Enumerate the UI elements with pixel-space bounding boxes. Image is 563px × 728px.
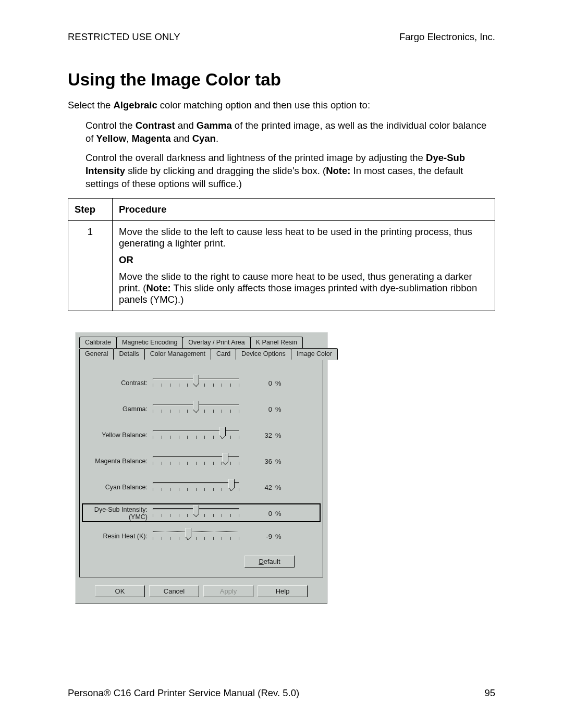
tabs-row-1: CalibrateMagnetic EncodingOverlay / Prin… [76,332,327,348]
slider-cyan-balance[interactable] [152,480,240,495]
tab-details[interactable]: Details [113,348,144,360]
percent-label: % [272,431,282,439]
slider-row-gamma: Gamma:0% [85,402,317,417]
tab-calibrate[interactable]: Calibrate [79,337,117,348]
percent-label: % [272,533,282,540]
percent-label: % [272,405,282,413]
slider-row-dye-sub-intensity-ymc: Dye-Sub Intensity:(YMC)0% [82,503,321,522]
tab-overlay-print-area[interactable]: Overlay / Print Area [182,337,250,348]
slider-label: Gamma: [85,406,152,413]
slider-thumb[interactable] [228,479,235,488]
step-procedure: Move the slide to the left to cause less… [113,220,495,311]
footer-left: Persona® C16 Card Printer Service Manual… [68,687,299,699]
tab-panel-image-color: Contrast:0%Gamma:0%Yellow Balance:32%Mag… [79,360,323,577]
step-number: 1 [68,220,113,311]
tab-device-options[interactable]: Device Options [236,348,291,360]
help-button[interactable]: Help [258,585,308,597]
ok-button[interactable]: OK [95,585,145,597]
tab-general[interactable]: General [79,348,114,360]
steps-table: Step Procedure 1 Move the slide to the l… [68,198,495,311]
bullet-2: Control the overall darkness and lightne… [85,152,495,191]
slider-value: 32 [240,431,272,439]
slider-row-cyan-balance: Cyan Balance:42% [85,480,317,495]
slider-label: Cyan Balance: [85,484,152,491]
tab-magnetic-encoding[interactable]: Magnetic Encoding [116,337,183,348]
percent-label: % [272,484,282,491]
slider-gamma[interactable] [152,402,240,417]
page-footer: Persona® C16 Card Printer Service Manual… [68,687,495,699]
slider-dye-sub-intensity-ymc[interactable] [152,507,240,521]
slider-label: Contrast: [85,380,152,387]
header-right: Fargo Electronics, Inc. [399,31,495,43]
slider-value: 42 [240,484,272,491]
intro-paragraph: Select the Algebraic color matching opti… [68,99,495,112]
page-title: Using the Image Color tab [68,70,495,90]
slider-value: -9 [240,533,272,540]
dialog-button-row: OK Cancel Apply Help [76,581,327,603]
slider-value: 0 [240,379,272,387]
tab-color-management[interactable]: Color Management [144,348,211,360]
slider-magenta-balance[interactable] [152,454,240,469]
tab-image-color[interactable]: Image Color [291,348,338,360]
bullet-1: Control the Contrast and Gamma of the pr… [85,119,495,145]
slider-thumb[interactable] [219,427,226,436]
slider-value: 0 [240,405,272,413]
slider-label: Yellow Balance: [85,432,152,439]
slider-contrast[interactable] [152,376,240,391]
page-number: 95 [484,687,495,699]
tab-card[interactable]: Card [211,348,236,360]
percent-label: % [272,458,282,465]
percent-label: % [272,510,282,517]
tabs-row-2: GeneralDetailsColor ManagementCardDevice… [76,348,327,360]
slider-yellow-balance[interactable] [152,428,240,443]
header-left: RESTRICTED USE ONLY [68,31,180,43]
slider-value: 0 [240,510,272,517]
slider-row-yellow-balance: Yellow Balance:32% [85,428,317,443]
slider-resin-heat-k[interactable] [152,529,240,544]
slider-thumb[interactable] [222,453,228,462]
slider-label: Dye-Sub Intensity:(YMC) [85,507,152,521]
slider-label: Resin Heat (K): [85,533,152,540]
slider-row-contrast: Contrast:0% [85,376,317,391]
slider-thumb[interactable] [193,505,199,514]
page-header: RESTRICTED USE ONLY Fargo Electronics, I… [68,31,495,43]
tab-k-panel-resin[interactable]: K Panel Resin [250,337,303,348]
percent-label: % [272,379,282,387]
slider-row-resin-heat-k: Resin Heat (K):-9% [85,529,317,544]
cancel-button[interactable]: Cancel [149,585,199,597]
apply-button[interactable]: Apply [203,585,253,597]
col-step: Step [68,198,113,220]
slider-value: 36 [240,458,272,465]
slider-thumb[interactable] [193,401,199,410]
default-button[interactable]: Default [244,556,295,567]
slider-row-magenta-balance: Magenta Balance:36% [85,454,317,469]
slider-label: Magenta Balance: [85,458,152,465]
slider-thumb[interactable] [193,375,199,384]
col-procedure: Procedure [113,198,495,220]
or-separator: OR [119,254,488,266]
slider-thumb[interactable] [185,528,191,537]
image-color-dialog: CalibrateMagnetic EncodingOverlay / Prin… [75,332,327,604]
